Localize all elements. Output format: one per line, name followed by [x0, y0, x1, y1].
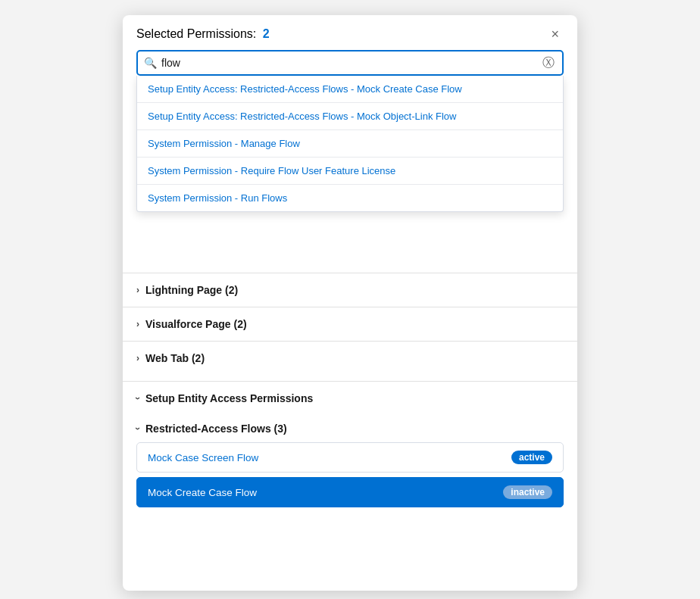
section-setup-entity-header[interactable]: › Setup Entity Access Permissions	[123, 382, 577, 415]
dropdown-item[interactable]: System Permission - Require Flow User Fe…	[137, 158, 563, 185]
section-visualforce-page-header[interactable]: › Visualforce Page (2)	[123, 307, 577, 341]
status-badge: inactive	[503, 485, 552, 499]
search-input-container: 🔍 Ⓧ	[136, 50, 564, 76]
dropdown-item[interactable]: Setup Entity Access: Restricted-Access F…	[137, 76, 563, 103]
sub-section-restricted-flows-header[interactable]: › Restricted-Access Flows (3)	[136, 415, 577, 442]
status-badge: active	[511, 451, 552, 464]
section-visualforce-page-label: Visualforce Page (2)	[145, 318, 247, 330]
section-lightning-page: › Lightning Page (2)	[123, 273, 577, 307]
section-web-tab-label: Web Tab (2)	[145, 352, 205, 364]
chevron-icon: ›	[136, 353, 139, 363]
dropdown-item[interactable]: Setup Entity Access: Restricted-Access F…	[137, 103, 563, 130]
permission-item-mock-create-case-flow[interactable]: Mock Create Case Flow inactive	[136, 477, 564, 507]
search-input[interactable]	[161, 51, 541, 74]
dropdown-item[interactable]: System Permission - Manage Flow	[137, 130, 563, 158]
permission-list: Mock Case Screen Flow active Mock Create…	[136, 442, 577, 518]
main-content: › Lightning Page (2) › Visualforce Page …	[123, 273, 577, 518]
section-web-tab: › Web Tab (2)	[123, 341, 577, 375]
section-web-tab-header[interactable]: › Web Tab (2)	[123, 342, 577, 375]
modal-title: Selected Permissions: 2	[136, 27, 270, 41]
clear-search-button[interactable]: Ⓧ	[541, 54, 556, 73]
restricted-flows-label: Restricted-Access Flows (3)	[145, 423, 287, 435]
dropdown-item[interactable]: System Permission - Run Flows	[137, 185, 563, 211]
modal-header: Selected Permissions: 2 ×	[123, 15, 577, 50]
sub-section-restricted-flows: › Restricted-Access Flows (3) Mock Case …	[123, 415, 577, 518]
permission-item-name: Mock Create Case Flow	[148, 487, 257, 498]
search-wrapper: 🔍 Ⓧ Setup Entity Access: Restricted-Acce…	[136, 50, 564, 76]
search-dropdown: Setup Entity Access: Restricted-Access F…	[136, 76, 564, 212]
chevron-down-icon: ›	[133, 397, 143, 400]
chevron-icon: ›	[136, 319, 139, 329]
section-lightning-page-header[interactable]: › Lightning Page (2)	[123, 273, 577, 307]
title-text: Selected Permissions:	[136, 27, 256, 40]
chevron-down-icon: ›	[133, 427, 143, 430]
chevron-icon: ›	[136, 285, 139, 295]
close-button[interactable]: ×	[546, 26, 564, 42]
section-lightning-page-label: Lightning Page (2)	[145, 284, 238, 296]
section-visualforce-page: › Visualforce Page (2)	[123, 307, 577, 341]
setup-entity-label: Setup Entity Access Permissions	[145, 392, 313, 404]
section-setup-entity-access: › Setup Entity Access Permissions › Rest…	[123, 381, 577, 518]
search-icon: 🔍	[144, 57, 157, 69]
selected-count: 2	[263, 27, 270, 40]
permission-item-name: Mock Case Screen Flow	[148, 452, 258, 463]
permission-item-mock-case-screen-flow[interactable]: Mock Case Screen Flow active	[136, 442, 564, 473]
modal-container: Selected Permissions: 2 × 🔍 Ⓧ Setup Enti…	[123, 15, 577, 591]
